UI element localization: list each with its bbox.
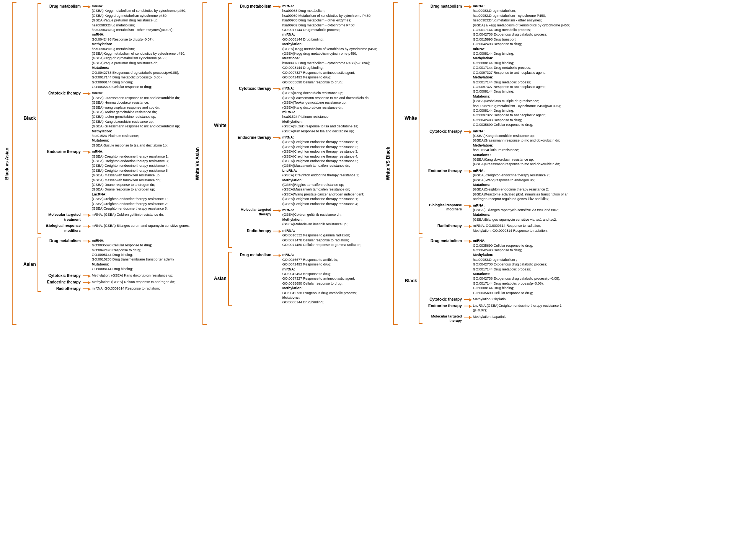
asian-group-bracket — [38, 238, 41, 292]
w2-cytotoxic-connector — [464, 129, 472, 133]
root-container: Black vs Asian Black Drug metabolism — [0, 0, 746, 327]
w-endocrine-connector — [273, 135, 281, 140]
w2-cytotoxic-line — [464, 131, 469, 132]
w2-bioresp-line — [464, 205, 469, 206]
w-cytotoxic-arrow — [279, 88, 281, 91]
white-vs-black-panel: White VS Black White Drug metabolism mRN… — [383, 2, 571, 325]
w-radio-connector — [273, 228, 281, 233]
w-cytotoxic-text: mRNA: (GSEA)Kang doxorubicin resistance … — [281, 86, 380, 133]
black-bioresp-row: Biological response modifiers mRNA: (GSE… — [42, 223, 190, 233]
asian-radio-line — [83, 288, 88, 289]
black-bioresp-label: Biological response modifiers — [42, 223, 83, 233]
b2-drug-text: miRNA: GO:0035690 Cellular response to d… — [472, 238, 571, 295]
black-drug-metabolism-text: mRNA: (GSEA) Kegg metabolism of xenobiot… — [91, 4, 190, 89]
black-molecular-text: mRNA: (GSEA) Coldren gefitinib resistanc… — [91, 212, 190, 217]
black-cytotoxic-connector — [83, 91, 91, 95]
asian-endocrine-line — [83, 282, 88, 283]
black-vs-asian-label: Black vs Asian — [2, 2, 12, 325]
white2-group-content: Drug metabolism mRNA: hsa00983;Drug meta… — [424, 3, 571, 234]
w-endocrine-line — [273, 137, 279, 138]
black-cytotoxic-text: mRNA: (GSEA) Graessmann response to mc a… — [91, 91, 190, 148]
white-vs-asian-label: White Vs Asian — [193, 2, 202, 325]
w2-endocrine-text: mRNA: (GSEA )Creighton endocrine therapy… — [472, 168, 571, 202]
b2-drug-line — [464, 241, 469, 241]
a2-drug-row: Drug metabolism mRNA: GO:0046677 Respons… — [233, 252, 380, 304]
w-cytotoxic-connector — [273, 86, 281, 91]
asian-group-row: Asian Drug metabolism miRNA: GO:0035690 … — [16, 238, 190, 292]
w2-radio-connector — [464, 223, 472, 228]
w2-bioresp-arrow — [469, 205, 472, 208]
black-group-row: Black Drug metabolism mRNA: (GSEA) Kegg … — [16, 3, 190, 234]
w2-cytotoxic-row: Cytotoxic therapy mRNA: (GSEA )Kang doxo… — [424, 129, 571, 167]
w-cytotoxic-row: Cytotoxic therapy mRNA: (GSEA)Kang doxor… — [233, 86, 380, 133]
b2-cytotoxic-arrow — [469, 298, 472, 301]
w2-radio-label: Radiotherapy — [424, 223, 464, 228]
asian-cytotoxic-row: Cytotoxic therapy Methylation: (GSEA) Ka… — [42, 273, 190, 278]
w-endocrine-label: Endocrine therapy — [233, 135, 273, 140]
black-drug-metabolism-line — [83, 6, 88, 7]
black-cytotoxic-label: Cytotoxic therapy — [42, 91, 83, 96]
w2-radio-text: miRNA: GO:0009314 Response to radiation;… — [472, 223, 571, 233]
asian-drug-text: miRNA: GO:0035690 Cellular response to d… — [91, 238, 190, 272]
w2-endocrine-connector — [464, 168, 472, 173]
black-bioresp-line — [83, 226, 88, 226]
asian-radio-text: miRNA: GO:0009314 Response to radiation; — [91, 286, 190, 291]
black-molecular-label: Molecular targeted treatment — [42, 212, 83, 222]
black-bioresp-connector — [83, 223, 91, 228]
w2-endocrine-row: Endocrine therapy mRNA: (GSEA )Creighton… — [424, 168, 571, 202]
white-vs-black-bracket — [393, 2, 398, 325]
b2-endocrine-arrow — [469, 305, 472, 308]
asian-drug-line — [83, 241, 88, 241]
w-molecular-arrow — [279, 209, 281, 212]
w-drug-text: mRNA: hsa00983;Drug metabolism; hsa00980… — [281, 4, 380, 85]
black-vs-asian-inner: Black Drug metabolism mRNA: (GSEA) Kegg … — [16, 2, 190, 325]
asian2-group-name: Asian — [207, 252, 228, 305]
w2-drug-text: mRNA: hsa00983;Drug metabolism; hsa00982… — [472, 4, 571, 127]
w-drug-arrow — [279, 5, 281, 8]
asian-radio-label: Radiotherapy — [42, 286, 83, 291]
w-endocrine-arrow — [279, 137, 281, 140]
w-molecular-label: Molecular targeted therapy — [233, 208, 273, 217]
white-group-name: White — [207, 3, 228, 248]
black-group-content: Drug metabolism mRNA: (GSEA) Kegg metabo… — [42, 3, 190, 234]
w2-drug-row: Drug metabolism mRNA: hsa00983;Drug meta… — [424, 4, 571, 127]
w2-endocrine-line — [464, 171, 469, 171]
b2-cytotoxic-label: Cytotoxic therapy — [424, 297, 464, 302]
w-endocrine-row: Endocrine therapy mRNA: (GSEA)Creighton … — [233, 135, 380, 206]
asian-endocrine-text: Methylation: (GSEA) Nelson response to a… — [91, 280, 190, 284]
w2-cytotoxic-label: Cytotoxic therapy — [424, 129, 464, 134]
asian2-group-bracket — [228, 252, 232, 305]
w2-cytotoxic-text: mRNA: (GSEA )Kang doxorubicin resistance… — [472, 129, 571, 167]
asian-drug-connector — [83, 238, 91, 243]
asian-cytotoxic-text: Methylation: (GSEA) Kang doxorubicin res… — [91, 273, 190, 278]
w-drug-row: Drug metabolism mRNA: hsa00983;Drug meta… — [233, 4, 380, 85]
w2-endocrine-arrow — [469, 170, 472, 173]
a2-drug-text: mRNA: GO:0046677 Response to antibiotic;… — [281, 252, 380, 304]
black-group-name: Black — [16, 3, 38, 234]
w-radio-row: Radiotherapy miRNA: GO:0010332 Response … — [233, 228, 380, 247]
black-bioresp-arrow — [88, 225, 91, 228]
b2-drug-row: Drug metabolism miRNA: GO:0035690 Cellul… — [424, 238, 571, 295]
black-molecular-connector — [83, 212, 91, 217]
w-cytotoxic-line — [273, 88, 279, 89]
asian2-group-content: Drug metabolism mRNA: GO:0046677 Respons… — [233, 252, 380, 305]
asian-drug-arrow — [88, 240, 91, 243]
w2-endocrine-label: Endocrine therapy — [424, 168, 464, 173]
black-endocrine-row: Endocrine therapy mRNA: (GSEA) Creighton… — [42, 149, 190, 211]
b2-endocrine-line — [464, 306, 469, 306]
black-bioresp-text: mRNA: (GSEA) Bilanges serum and rapamyci… — [91, 223, 190, 228]
white-group-bracket — [228, 3, 232, 248]
asian-group-content: Drug metabolism miRNA: GO:0035690 Cellul… — [42, 238, 190, 292]
w-molecular-line — [273, 210, 279, 211]
black-endocrine-connector — [83, 149, 91, 154]
black-molecular-line — [83, 215, 88, 215]
black-molecular-arrow — [88, 214, 91, 217]
w-molecular-text: mRNA: (GSEA)Coldren gefitinib resistance… — [281, 208, 380, 227]
black-endocrine-line — [83, 151, 88, 152]
white-group-content: Drug metabolism mRNA: hsa00983;Drug meta… — [233, 3, 380, 248]
b2-molecular-line — [464, 317, 469, 317]
black-endocrine-text: mRNA: (GSEA) Creighton endocrine therapy… — [91, 149, 190, 211]
asian-endocrine-row: Endocrine therapy Methylation: (GSEA) Ne… — [42, 280, 190, 285]
b2-molecular-arrow — [469, 316, 472, 319]
b2-drug-label: Drug metabolism — [424, 238, 464, 243]
